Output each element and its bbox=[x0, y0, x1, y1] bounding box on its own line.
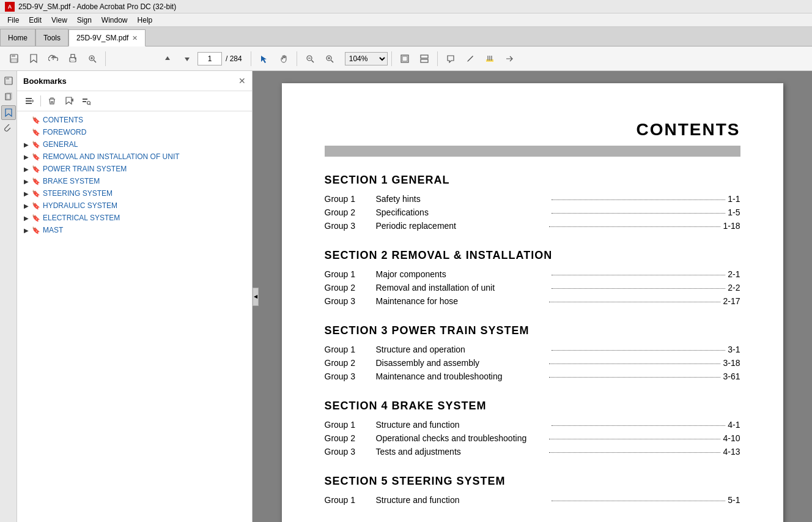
expand-icon[interactable]: ▶ bbox=[22, 152, 31, 161]
group-dots bbox=[549, 377, 720, 378]
window-title: 25D-9V_SM.pdf - Adobe Acrobat Pro DC (32… bbox=[18, 2, 176, 11]
bookmark-label: REMOVAL AND INSTALLATION OF UNIT bbox=[43, 152, 180, 161]
save-button[interactable] bbox=[5, 50, 23, 67]
pencil-button[interactable] bbox=[461, 50, 479, 67]
hand-tool-button[interactable] bbox=[275, 50, 293, 67]
bookmark-powertrain[interactable]: ▶ 🔖 POWER TRAIN SYSTEM bbox=[17, 163, 252, 175]
tab-pdf-label: 25D-9V_SM.pdf bbox=[76, 34, 128, 42]
cursor-tool-button[interactable] bbox=[255, 50, 273, 67]
delete-bookmark-button[interactable] bbox=[45, 94, 59, 108]
group-dots bbox=[552, 275, 725, 275]
tab-home-label: Home bbox=[8, 34, 28, 42]
print-button[interactable] bbox=[64, 50, 82, 67]
tab-home[interactable]: Home bbox=[0, 29, 35, 46]
next-page-button[interactable] bbox=[178, 50, 196, 67]
expand-icon[interactable]: ▶ bbox=[22, 140, 31, 149]
expand-icon[interactable]: ▶ bbox=[22, 201, 31, 210]
bookmark-general[interactable]: ▶ 🔖 GENERAL bbox=[17, 138, 252, 151]
expand-icon[interactable]: ▶ bbox=[22, 189, 31, 198]
left-icon-attachments[interactable] bbox=[1, 121, 16, 136]
svg-line-9 bbox=[94, 60, 97, 62]
left-icon-bookmarks[interactable] bbox=[1, 105, 16, 120]
bookmark-flag-icon: 🔖 bbox=[32, 116, 40, 124]
group-dots bbox=[549, 452, 720, 453]
expand-icon[interactable]: ▶ bbox=[22, 226, 31, 234]
tab-tools-label: Tools bbox=[43, 34, 61, 42]
highlight-button[interactable] bbox=[481, 50, 499, 67]
tab-pdf[interactable]: 25D-9V_SM.pdf ✕ bbox=[68, 29, 146, 47]
tab-close-icon[interactable]: ✕ bbox=[132, 34, 138, 42]
bookmark-contents[interactable]: ▶ 🔖 CONTENTS bbox=[17, 114, 252, 126]
svg-marker-14 bbox=[261, 56, 267, 63]
menu-sign[interactable]: Sign bbox=[72, 15, 97, 26]
group-name: Structure and operation bbox=[376, 345, 550, 354]
bookmark-removal[interactable]: ▶ 🔖 REMOVAL AND INSTALLATION OF UNIT bbox=[17, 151, 252, 163]
left-icon-pages[interactable] bbox=[1, 89, 16, 104]
toolbar-sep-5 bbox=[437, 51, 438, 66]
share-button[interactable] bbox=[500, 50, 519, 67]
bookmark-foreword[interactable]: ▶ 🔖 FOREWORD bbox=[17, 126, 252, 138]
group-page: 3-1 bbox=[728, 345, 740, 354]
prev-page-button[interactable] bbox=[158, 50, 177, 67]
group-dots bbox=[552, 501, 725, 501]
bookmark-flag-icon: 🔖 bbox=[32, 165, 40, 173]
group-page: 1-5 bbox=[728, 207, 740, 217]
group-name: Operational checks and troubleshooting bbox=[376, 433, 547, 443]
svg-point-7 bbox=[75, 58, 76, 59]
sidebar-options-button[interactable] bbox=[22, 94, 37, 108]
nav-controls: 1 / 284 bbox=[158, 50, 245, 67]
bookmark-hydraulic[interactable]: ▶ 🔖 HYDRAULIC SYSTEM bbox=[17, 199, 252, 212]
find-bookmark-button[interactable] bbox=[79, 94, 94, 108]
group-dots bbox=[549, 364, 720, 364]
menu-window[interactable]: Window bbox=[97, 15, 133, 26]
sidebar-close-button[interactable]: ✕ bbox=[238, 76, 246, 86]
bookmark-electrical[interactable]: ▶ 🔖 ELECTRICAL SYSTEM bbox=[17, 212, 252, 224]
bookmark-brake[interactable]: ▶ 🔖 BRAKE SYSTEM bbox=[17, 175, 252, 187]
menu-view[interactable]: View bbox=[46, 15, 72, 26]
bookmark-label: CONTENTS bbox=[43, 116, 83, 124]
toolbar-sep-1 bbox=[105, 51, 106, 66]
zoom-select[interactable]: 104% 100% 75% 125% 150% bbox=[345, 52, 388, 65]
cloud-upload-button[interactable] bbox=[44, 50, 62, 67]
group-dots bbox=[552, 425, 725, 426]
page-number-input[interactable]: 1 bbox=[197, 52, 222, 65]
sidebar-toolbar bbox=[17, 91, 252, 111]
scroll-mode-button[interactable] bbox=[415, 50, 434, 67]
group-page: 3-18 bbox=[723, 358, 740, 368]
group-label: Group 2 bbox=[325, 207, 374, 217]
pdf-viewer-area[interactable]: CONTENTS SECTION 1 GENERAL Group 1 Safet… bbox=[253, 71, 812, 522]
section-5-block: SECTION 5 STEERING SYSTEM Group 1 Struct… bbox=[325, 475, 740, 505]
group-dots bbox=[549, 226, 720, 227]
group-dots bbox=[552, 199, 725, 200]
expand-icon[interactable]: ▶ bbox=[22, 165, 31, 173]
expand-icon[interactable]: ▶ bbox=[22, 177, 31, 185]
sidebar-collapse-button[interactable]: ◀ bbox=[253, 288, 259, 306]
svg-rect-44 bbox=[83, 101, 86, 102]
menu-file[interactable]: File bbox=[2, 15, 24, 26]
left-icon-save[interactable] bbox=[1, 73, 16, 88]
svg-rect-31 bbox=[6, 77, 9, 80]
search-zoom-button[interactable] bbox=[83, 50, 102, 67]
svg-marker-39 bbox=[32, 99, 34, 103]
group-name: Tests and adjustments bbox=[376, 447, 547, 457]
group-name: Disassembly and assembly bbox=[376, 358, 547, 368]
menu-edit[interactable]: Edit bbox=[24, 15, 46, 26]
group-page: 2-17 bbox=[723, 296, 740, 306]
sidebar-sep bbox=[40, 95, 41, 106]
new-bookmark-button[interactable] bbox=[62, 94, 76, 108]
expand-icon[interactable]: ▶ bbox=[22, 214, 31, 222]
group-label: Group 1 bbox=[325, 495, 374, 505]
bookmark-steering[interactable]: ▶ 🔖 STEERING SYSTEM bbox=[17, 187, 252, 199]
svg-line-16 bbox=[311, 60, 314, 62]
bookmark-mast[interactable]: ▶ 🔖 MAST bbox=[17, 224, 252, 236]
comment-button[interactable] bbox=[441, 50, 460, 67]
zoom-out-button[interactable] bbox=[301, 50, 319, 67]
group-name: Periodic replacement bbox=[376, 221, 547, 231]
bookmark-button[interactable] bbox=[24, 50, 43, 67]
fit-page-button[interactable] bbox=[396, 50, 414, 67]
tab-tools[interactable]: Tools bbox=[35, 29, 68, 46]
section-4-group-1: Group 1 Structure and function 4-1 bbox=[325, 420, 740, 430]
menu-help[interactable]: Help bbox=[133, 15, 158, 26]
svg-rect-5 bbox=[71, 54, 75, 58]
zoom-in-button[interactable] bbox=[320, 50, 339, 67]
